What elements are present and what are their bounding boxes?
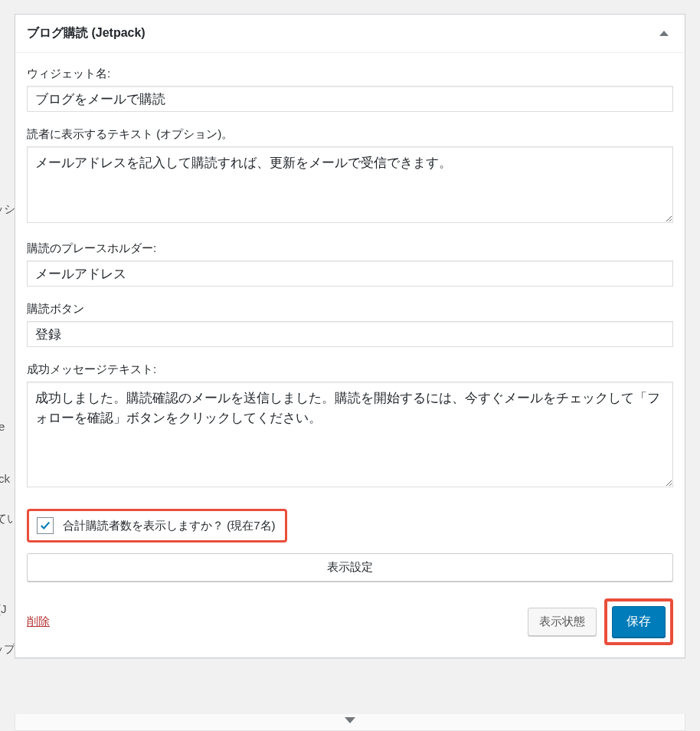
reader-text-label: 読者に表示するテキスト (オプション)。 (27, 127, 673, 142)
form-group-widget-name: ウィジェット名: (27, 67, 673, 112)
success-textarea[interactable] (27, 382, 673, 487)
highlight-subscriber-count: 合計購読者数を表示しますか？ (現在7名) (27, 509, 287, 543)
background-sidebar (0, 0, 15, 731)
widget-container: ブログ購読 (Jetpack) ウィジェット名: 読者に表示するテキスト (オプ… (15, 14, 685, 658)
widget-header[interactable]: ブログ購読 (Jetpack) (15, 15, 685, 53)
check-icon (40, 520, 51, 531)
success-label: 成功メッセージテキスト: (27, 362, 673, 377)
button-input[interactable] (27, 321, 673, 347)
subscriber-count-checkbox[interactable] (37, 517, 54, 534)
button-label: 購読ボタン (27, 302, 673, 316)
placeholder-label: 購読のプレースホルダー: (27, 241, 673, 256)
form-group-reader-text: 読者に表示するテキスト (オプション)。 (27, 127, 673, 226)
highlight-save: 保存 (604, 598, 673, 645)
widget-footer: 削除 表示状態 保存 (27, 598, 673, 650)
display-status-button[interactable]: 表示状態 (528, 608, 597, 636)
collapsed-widget-below[interactable] (15, 714, 685, 731)
placeholder-input[interactable] (27, 261, 673, 287)
form-group-success: 成功メッセージテキスト: (27, 362, 673, 490)
bg-text-4: (J (0, 602, 7, 615)
bg-text-2: e (0, 420, 5, 433)
widget-name-input[interactable] (27, 86, 673, 112)
subscriber-count-label[interactable]: 合計購読者数を表示しますか？ (現在7名) (63, 519, 276, 533)
footer-right-actions: 表示状態 保存 (528, 598, 673, 645)
save-button[interactable]: 保存 (612, 606, 666, 638)
delete-link[interactable]: 削除 (27, 615, 50, 629)
visibility-settings-button[interactable]: 表示設定 (27, 553, 673, 582)
widget-name-label: ウィジェット名: (27, 67, 673, 81)
bg-text-6: ップ (0, 642, 15, 657)
chevron-up-icon (659, 31, 669, 36)
reader-text-textarea[interactable] (27, 146, 673, 223)
bg-text-1: ッシ (0, 202, 15, 217)
bg-text-3: ck (0, 472, 10, 485)
chevron-down-icon (345, 717, 355, 723)
form-group-button: 購読ボタン (27, 302, 673, 347)
form-group-placeholder: 購読のプレースホルダー: (27, 241, 673, 287)
widget-body: ウィジェット名: 読者に表示するテキスト (オプション)。 購読のプレースホルダ… (15, 53, 685, 657)
widget-title: ブログ購読 (Jetpack) (27, 25, 146, 41)
